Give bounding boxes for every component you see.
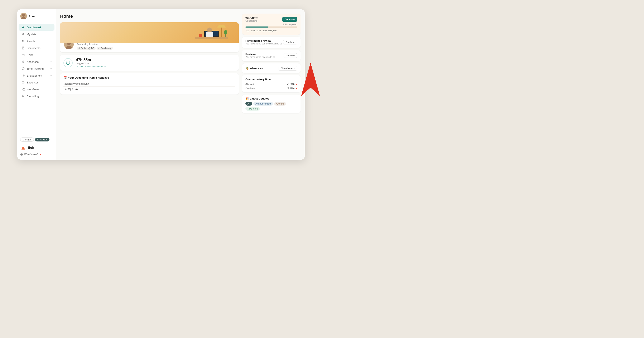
shifts-icon xyxy=(22,53,25,56)
sidebar-nav: Dashboard My data ▾ xyxy=(17,22,56,136)
party-emoji-icon: 🎉 xyxy=(246,97,249,100)
sidebar-item-dashboard[interactable]: Dashboard xyxy=(18,24,54,31)
svg-point-1 xyxy=(21,17,26,20)
holidays-title: 📅 Your Upcoming Public Holidays xyxy=(64,76,236,79)
whats-new-button[interactable]: What's new? xyxy=(17,152,56,157)
page-title: Home xyxy=(60,14,239,19)
role-switcher: Manager Employee xyxy=(17,136,56,143)
avatar xyxy=(20,13,27,20)
updates-tabs: All Announcement Cheers New hires xyxy=(246,102,297,110)
flair-logo-icon xyxy=(20,146,26,150)
chevron-down-icon: ▾ xyxy=(50,68,52,70)
workflow-card: Workflow Onboarding Continue 44% complet… xyxy=(242,14,300,35)
svg-rect-31 xyxy=(195,37,228,38)
chevron-down-icon: ▾ xyxy=(50,40,52,42)
group-icon xyxy=(22,40,25,43)
comp-gleitzeit-value: +1229h ● xyxy=(287,83,297,86)
profile-job-title: Purchasing Assistant xyxy=(77,43,113,46)
time-scheduled-sub: 0h 0m to reach scheduled hours xyxy=(76,66,106,68)
compensatory-time-card: Compensatory time Gleitzeit +1229h ● Ove… xyxy=(242,75,300,92)
updates-tab-new-hires[interactable]: New hires xyxy=(246,107,260,110)
public-holidays-card: 📅 Your Upcoming Public Holidays National… xyxy=(60,73,239,94)
holiday-item-2: Heritage Day xyxy=(64,86,236,92)
sidebar-menu-button[interactable]: ⋮ xyxy=(49,14,53,18)
svg-point-42 xyxy=(66,46,72,50)
absences-icon xyxy=(22,60,25,64)
briefcase-icon xyxy=(98,47,100,49)
sidebar-item-recruiting[interactable]: Recruiting ▾ xyxy=(18,93,54,100)
profile-card: Anna Johnson Purchasing Assistant B xyxy=(60,22,239,52)
sidebar-item-expenses[interactable]: Expenses xyxy=(18,79,54,86)
hero-illustration xyxy=(189,23,234,43)
updates-tab-cheers[interactable]: Cheers xyxy=(274,102,286,106)
sidebar-item-absences[interactable]: Absences ▾ xyxy=(18,58,54,65)
reviews-go-button[interactable]: Go there xyxy=(283,53,297,58)
svg-point-44 xyxy=(79,48,80,48)
flair-logo-text: flair xyxy=(28,146,34,150)
nav-label-people: People xyxy=(27,40,35,43)
nav-label-absences: Absences xyxy=(27,60,38,64)
sidebar-item-engagement[interactable]: Engagement ▾ xyxy=(18,72,54,79)
nav-label-dashboard: Dashboard xyxy=(27,26,41,29)
svg-point-0 xyxy=(22,14,25,17)
comp-overtime-value: +8h 28m ● xyxy=(286,87,297,89)
updates-tab-all[interactable]: All xyxy=(246,102,252,106)
right-panel: Workflow Onboarding Continue 44% complet… xyxy=(242,14,300,156)
location-icon xyxy=(78,47,80,49)
document-icon xyxy=(22,46,25,50)
plus-circle-icon xyxy=(66,61,70,65)
workflow-subtitle: Onboarding xyxy=(246,20,258,22)
reviews-desc: You have some reviews to do xyxy=(246,56,275,58)
performance-review-desc: You have some self-evaluation to do xyxy=(246,42,282,45)
person-icon xyxy=(22,32,25,36)
location-tag-label: Berlin HQ, DE xyxy=(81,47,94,50)
comp-dot-indicator-2: ● xyxy=(296,87,297,89)
updates-tab-announcement[interactable]: Announcement xyxy=(253,102,273,106)
chevron-down-icon: ▾ xyxy=(50,74,52,77)
svg-rect-32 xyxy=(221,28,222,37)
comp-gleitzeit-label: Gleitzeit xyxy=(246,83,254,86)
svg-point-39 xyxy=(207,28,212,32)
sidebar-item-shifts[interactable]: Shifts xyxy=(18,52,54,58)
reviews-header: Reviews You have some reviews to do Go t… xyxy=(246,52,297,58)
sidebar-item-people[interactable]: People ▾ xyxy=(18,38,54,44)
sidebar-item-documents[interactable]: Documents xyxy=(18,45,54,51)
svg-point-4 xyxy=(23,40,24,41)
home-icon xyxy=(22,26,25,29)
svg-line-16 xyxy=(23,69,24,69)
svg-point-3 xyxy=(22,40,23,41)
sidebar-item-workflows[interactable]: Workflows xyxy=(18,86,54,93)
time-tracking-card: 47h 55m Logged Time 0h 0m to reach sched… xyxy=(60,55,239,71)
workflow-note: You have some tasks assigned xyxy=(246,29,297,32)
time-add-button[interactable] xyxy=(64,58,72,68)
sidebar-item-my-data[interactable]: My data ▾ xyxy=(18,31,54,38)
profile-tag-location: Berlin HQ, DE xyxy=(77,47,96,50)
new-absence-button[interactable]: New absence xyxy=(278,66,297,70)
profile-hero-background xyxy=(60,22,239,43)
department-tag-label: Purchasing xyxy=(101,47,112,50)
progress-bar-fill xyxy=(246,26,268,28)
time-logged-label: Logged Time xyxy=(76,62,106,65)
nav-label-recruiting: Recruiting xyxy=(27,95,39,98)
reviews-card: Reviews You have some reviews to do Go t… xyxy=(242,50,300,61)
svg-point-13 xyxy=(23,61,24,62)
svg-rect-18 xyxy=(22,82,24,83)
nav-label-engagement: Engagement xyxy=(27,74,42,77)
reviews-title-group: Reviews You have some reviews to do xyxy=(246,52,275,58)
sidebar-item-time-tracking[interactable]: Time Tracking ▾ xyxy=(18,65,54,72)
calendar-emoji-icon: 📅 xyxy=(64,76,67,79)
absences-title: 🌴 Absences xyxy=(246,67,263,70)
red-arrow-decoration xyxy=(301,62,320,96)
sidebar: Anna ⋮ Dashboard xyxy=(17,10,56,160)
comp-row-overtime: Overtime +8h 28m ● xyxy=(246,86,297,90)
center-column: Home xyxy=(60,14,239,156)
manager-role-button[interactable]: Manager xyxy=(20,138,34,142)
employee-role-button[interactable]: Employee xyxy=(35,138,50,142)
progress-bar-background xyxy=(246,26,297,28)
workflow-continue-button[interactable]: Continue xyxy=(282,17,297,22)
svg-rect-22 xyxy=(24,90,24,90)
holiday-item-1: National Women's Day xyxy=(64,81,236,86)
performance-review-go-button[interactable]: Go there xyxy=(283,40,297,44)
svg-rect-9 xyxy=(22,54,24,56)
absences-card: 🌴 Absences New absence xyxy=(242,64,300,73)
